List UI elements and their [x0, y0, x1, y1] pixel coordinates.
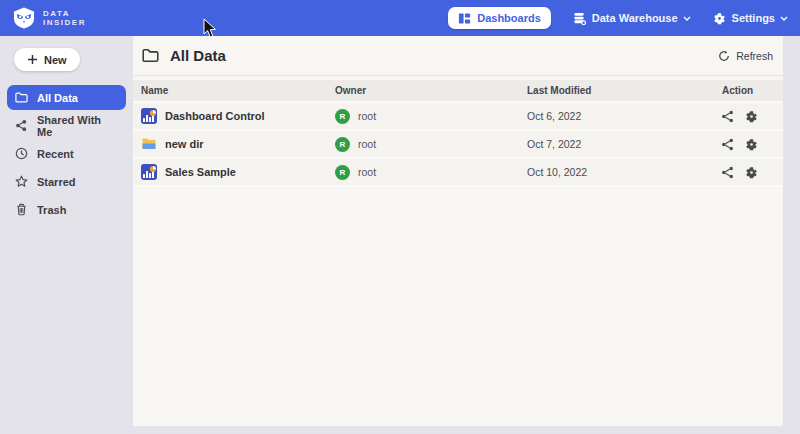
column-header-name: Name: [141, 85, 335, 96]
last-modified: Oct 10, 2022: [527, 166, 713, 178]
dashboard-file-icon: [141, 108, 157, 124]
name-cell: Sales Sample: [141, 164, 335, 180]
sidebar: New All Data Shared With Me: [0, 36, 133, 434]
gear-icon: [745, 138, 758, 151]
sidebar-item-all-data[interactable]: All Data: [7, 85, 126, 110]
dashboards-button[interactable]: Dashboards: [448, 7, 551, 29]
star-icon: [15, 175, 28, 188]
last-modified: Oct 7, 2022: [527, 138, 713, 150]
file-name: Sales Sample: [165, 166, 236, 178]
settings-label: Settings: [732, 12, 775, 24]
share-people-icon: [15, 119, 28, 132]
owner-cell: R root: [335, 165, 527, 180]
data-warehouse-label: Data Warehouse: [592, 12, 678, 24]
share-button[interactable]: [721, 110, 734, 123]
file-name: Dashboard Control: [165, 110, 265, 122]
sidebar-item-label: All Data: [37, 92, 78, 104]
folder-icon: [142, 48, 159, 63]
database-icon: [573, 12, 586, 25]
clock-icon: [15, 147, 28, 160]
refresh-label: Refresh: [736, 50, 773, 62]
owner-avatar: R: [335, 137, 350, 152]
table-row[interactable]: new dir R root Oct 7, 2022: [133, 131, 783, 159]
sidebar-item-starred[interactable]: Starred: [7, 169, 126, 194]
dashboard-grid-icon: [458, 12, 471, 25]
folder-icon: [15, 91, 28, 104]
brand-logo: DATA INSIDER: [12, 6, 86, 30]
owl-logo-icon: [12, 6, 36, 30]
main-content: All Data Refresh Name Owner Last Modifie…: [133, 36, 783, 426]
dashboards-label: Dashboards: [477, 12, 541, 24]
data-warehouse-menu[interactable]: Data Warehouse: [573, 12, 691, 25]
share-icon: [721, 110, 734, 123]
sidebar-item-label: Recent: [37, 148, 74, 160]
header-nav: Dashboards Data Warehouse Set: [448, 7, 788, 29]
owner-avatar: R: [335, 165, 350, 180]
brand-line1: DATA: [43, 9, 86, 18]
owner-cell: R root: [335, 137, 527, 152]
chevron-down-icon: [780, 16, 788, 21]
owner-cell: R root: [335, 109, 527, 124]
sidebar-item-trash[interactable]: Trash: [7, 197, 126, 222]
sidebar-item-label: Trash: [37, 204, 66, 216]
column-header-owner: Owner: [335, 85, 527, 96]
share-button[interactable]: [721, 138, 734, 151]
chevron-down-icon: [683, 16, 691, 21]
column-header-modified: Last Modified: [527, 85, 713, 96]
folder-file-icon: [141, 136, 157, 152]
column-header-action: Action: [713, 85, 753, 96]
owner-name: root: [358, 138, 376, 150]
plus-icon: [27, 54, 38, 65]
page-title: All Data: [170, 47, 226, 64]
table-row[interactable]: Dashboard Control R root Oct 6, 2022: [133, 103, 783, 131]
share-icon: [721, 166, 734, 179]
table-header: Name Owner Last Modified Action: [133, 80, 783, 103]
sidebar-item-shared-with-me[interactable]: Shared With Me: [7, 113, 126, 138]
action-cell: [713, 138, 758, 151]
settings-menu[interactable]: Settings: [713, 12, 788, 25]
name-cell: Dashboard Control: [141, 108, 335, 124]
refresh-icon: [718, 50, 730, 62]
dashboard-file-icon: [141, 164, 157, 180]
owner-name: root: [358, 110, 376, 122]
app-header: DATA INSIDER Dashboards: [0, 0, 800, 36]
table-row[interactable]: Sales Sample R root Oct 10, 2022: [133, 159, 783, 187]
gear-icon: [713, 12, 726, 25]
share-icon: [721, 138, 734, 151]
refresh-button[interactable]: Refresh: [718, 50, 773, 62]
gear-icon: [745, 166, 758, 179]
new-button-label: New: [44, 54, 67, 66]
share-button[interactable]: [721, 166, 734, 179]
file-name: new dir: [165, 138, 204, 150]
trash-icon: [15, 203, 28, 216]
brand-line2: INSIDER: [43, 18, 86, 27]
title-bar: All Data Refresh: [133, 36, 783, 76]
last-modified: Oct 6, 2022: [527, 110, 713, 122]
owner-name: root: [358, 166, 376, 178]
action-cell: [713, 166, 758, 179]
row-settings-button[interactable]: [745, 138, 758, 151]
gear-icon: [745, 110, 758, 123]
action-cell: [713, 110, 758, 123]
new-button[interactable]: New: [14, 48, 80, 71]
sidebar-list: All Data Shared With Me Recent: [0, 85, 133, 222]
name-cell: new dir: [141, 136, 335, 152]
row-settings-button[interactable]: [745, 110, 758, 123]
sidebar-item-label: Shared With Me: [37, 114, 118, 138]
row-settings-button[interactable]: [745, 166, 758, 179]
sidebar-item-recent[interactable]: Recent: [7, 141, 126, 166]
owner-avatar: R: [335, 109, 350, 124]
sidebar-item-label: Starred: [37, 176, 76, 188]
